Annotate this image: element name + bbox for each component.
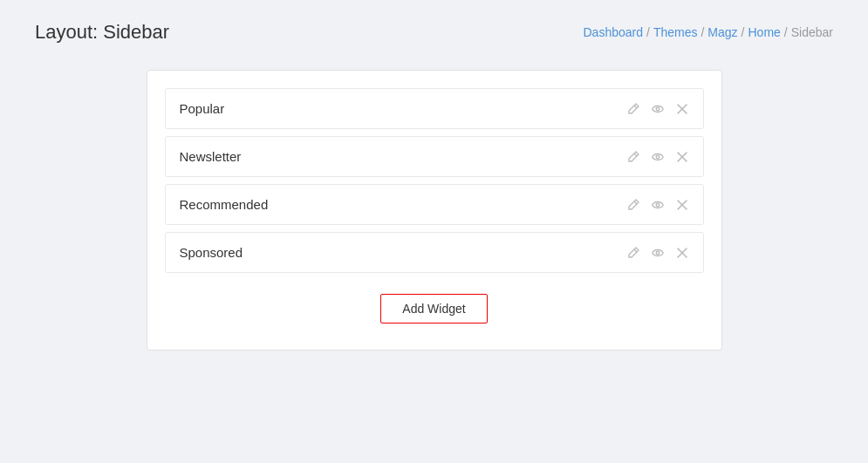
page-title: Layout: Sidebar (35, 21, 169, 44)
widget-actions (626, 150, 689, 164)
widget-item: Recommended (165, 184, 704, 225)
breadcrumb-dashboard[interactable]: Dashboard (584, 25, 644, 39)
widget-item: Popular (165, 88, 704, 129)
edit-icon[interactable] (626, 198, 640, 212)
widget-name: Newsletter (180, 149, 242, 164)
breadcrumb-sep-2: / (701, 25, 704, 39)
edit-icon[interactable] (626, 102, 640, 116)
breadcrumb-sep-4: / (784, 25, 788, 39)
widget-name: Sponsored (180, 245, 243, 260)
add-widget-button[interactable]: Add Widget (380, 294, 487, 323)
view-icon[interactable] (651, 198, 665, 212)
edit-icon[interactable] (626, 246, 640, 260)
view-icon[interactable] (651, 246, 665, 260)
remove-icon[interactable] (675, 150, 689, 164)
breadcrumb: Dashboard / Themes / Magz / Home / Sideb… (584, 25, 834, 39)
page-wrapper: Layout: Sidebar Dashboard / Themes / Mag… (0, 0, 868, 371)
widget-name: Popular (180, 101, 225, 116)
view-icon[interactable] (651, 102, 665, 116)
breadcrumb-sep-1: / (646, 25, 650, 39)
widget-actions (626, 198, 689, 212)
edit-icon[interactable] (626, 150, 640, 164)
widget-list: Popular Newsletter Recommended S (165, 88, 704, 273)
remove-icon[interactable] (675, 102, 689, 116)
widget-name: Recommended (180, 197, 269, 212)
breadcrumb-themes[interactable]: Themes (653, 25, 698, 39)
breadcrumb-magz[interactable]: Magz (707, 25, 737, 39)
svg-point-9 (656, 203, 660, 207)
page-header: Layout: Sidebar Dashboard / Themes / Mag… (35, 21, 833, 44)
svg-point-13 (656, 251, 660, 255)
add-widget-section: Add Widget (165, 294, 704, 332)
breadcrumb-current: Sidebar (791, 25, 833, 39)
widget-actions (626, 246, 689, 260)
breadcrumb-sep-3: / (742, 25, 745, 39)
widget-item: Newsletter (165, 136, 704, 177)
widget-item: Sponsored (165, 232, 704, 273)
breadcrumb-home[interactable]: Home (748, 25, 780, 39)
widget-actions (626, 102, 689, 116)
remove-icon[interactable] (675, 246, 689, 260)
svg-point-1 (656, 107, 660, 111)
svg-point-5 (656, 155, 660, 159)
view-icon[interactable] (651, 150, 665, 164)
remove-icon[interactable] (675, 198, 689, 212)
main-container: Popular Newsletter Recommended S (147, 70, 722, 351)
